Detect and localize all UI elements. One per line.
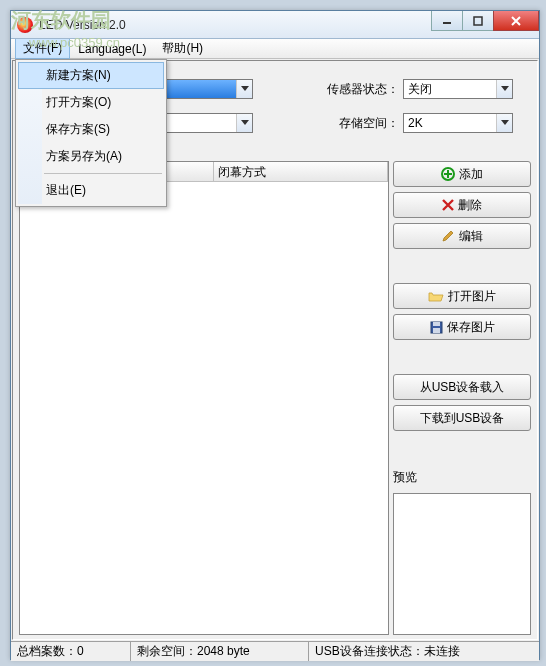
menu-file[interactable]: 文件(F) (15, 38, 70, 59)
edit-label: 编辑 (459, 228, 483, 245)
titlebar: LED Version 2.0 (11, 11, 539, 39)
menu-open-plan[interactable]: 打开方案(O) (18, 89, 164, 116)
svg-rect-0 (474, 17, 482, 25)
storage-label: 存储空间： (339, 115, 399, 132)
status-free-space: 剩余空间：2048 byte (131, 642, 309, 661)
middle-row: 序号 开幕方式 闭幕方式 添加 删除 编辑 (15, 161, 535, 637)
close-button[interactable] (493, 11, 539, 31)
maximize-button[interactable] (462, 11, 494, 31)
sensor-state-combo[interactable]: 关闭 (403, 79, 513, 99)
sidebar-panel: 添加 删除 编辑 打开图片 保存图片 (393, 161, 531, 635)
col-close-style[interactable]: 闭幕方式 (214, 162, 388, 181)
folder-open-icon (428, 290, 444, 302)
add-label: 添加 (459, 166, 483, 183)
pencil-icon (441, 229, 455, 243)
download-usb-button[interactable]: 下载到USB设备 (393, 405, 531, 431)
chevron-down-icon (236, 114, 252, 132)
slides-listview[interactable]: 序号 开幕方式 闭幕方式 (19, 161, 389, 635)
sensor-state-label: 传感器状态： (327, 81, 399, 98)
add-button[interactable]: 添加 (393, 161, 531, 187)
preview-label: 预览 (393, 469, 531, 486)
status-usb-state: USB设备连接状态：未连接 (309, 642, 539, 661)
menu-help[interactable]: 帮助(H) (154, 38, 211, 59)
menu-save-plan[interactable]: 保存方案(S) (18, 116, 164, 143)
file-dropdown: 新建方案(N) 打开方案(O) 保存方案(S) 方案另存为(A) 退出(E) (15, 59, 167, 207)
window-title: LED Version 2.0 (39, 18, 126, 32)
status-archive-count: 总档案数：0 (11, 642, 131, 661)
x-icon (442, 199, 454, 211)
download-usb-label: 下载到USB设备 (420, 410, 505, 427)
menu-separator (44, 173, 162, 174)
delete-button[interactable]: 删除 (393, 192, 531, 218)
open-image-label: 打开图片 (448, 288, 496, 305)
menu-new-plan[interactable]: 新建方案(N) (18, 62, 164, 89)
svg-rect-3 (433, 322, 440, 326)
statusbar: 总档案数：0 剩余空间：2048 byte USB设备连接状态：未连接 (11, 641, 539, 661)
edit-button[interactable]: 编辑 (393, 223, 531, 249)
save-image-label: 保存图片 (447, 319, 495, 336)
delete-label: 删除 (458, 197, 482, 214)
preview-box (393, 493, 531, 635)
app-icon (17, 17, 33, 33)
sensor-state-value: 关闭 (404, 81, 436, 98)
menu-saveas-plan[interactable]: 方案另存为(A) (18, 143, 164, 170)
menu-exit[interactable]: 退出(E) (18, 177, 164, 204)
storage-value: 2K (404, 116, 427, 130)
floppy-icon (430, 321, 443, 334)
load-usb-label: 从USB设备载入 (420, 379, 505, 396)
storage-combo[interactable]: 2K (403, 113, 513, 133)
open-image-button[interactable]: 打开图片 (393, 283, 531, 309)
menu-language[interactable]: Language(L) (70, 40, 154, 58)
chevron-down-icon (496, 80, 512, 98)
menubar: 文件(F) Language(L) 帮助(H) (11, 39, 539, 59)
save-image-button[interactable]: 保存图片 (393, 314, 531, 340)
load-usb-button[interactable]: 从USB设备载入 (393, 374, 531, 400)
window-buttons (432, 11, 539, 31)
chevron-down-icon (236, 80, 252, 98)
chevron-down-icon (496, 114, 512, 132)
plus-icon (441, 167, 455, 181)
minimize-button[interactable] (431, 11, 463, 31)
app-window: 河东软件园 www.pc0359.cn LED Version 2.0 文件(F… (10, 10, 540, 660)
svg-rect-4 (433, 328, 440, 333)
